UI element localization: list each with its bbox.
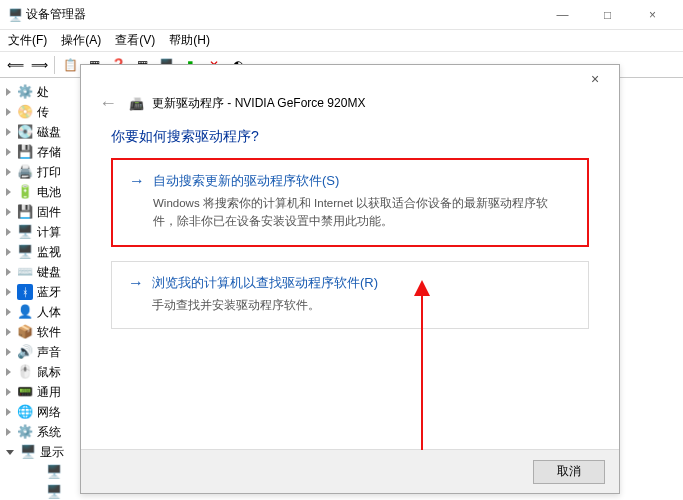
device-icon: 🔋 <box>17 184 33 200</box>
device-icon: 📦 <box>17 324 33 340</box>
menu-bar: 文件(F) 操作(A) 查看(V) 帮助(H) <box>0 30 683 52</box>
device-icon: ⚙️ <box>17 424 33 440</box>
menu-help[interactable]: 帮助(H) <box>169 32 210 49</box>
tree-label: 人体 <box>37 302 61 322</box>
arrow-right-icon: → <box>129 172 145 190</box>
tree-label: 监视 <box>37 242 61 262</box>
device-icon: 🖥️ <box>20 444 36 460</box>
menu-view[interactable]: 查看(V) <box>115 32 155 49</box>
device-icon: 🔊 <box>17 344 33 360</box>
tree-label: 显示 <box>40 442 64 462</box>
option-browse-desc: 手动查找并安装驱动程序软件。 <box>128 292 572 314</box>
tb-icon[interactable]: 📋 <box>59 54 81 76</box>
device-icon: 📟 <box>17 384 33 400</box>
update-driver-dialog: × ← 📠 更新驱动程序 - NVIDIA GeForce 920MX 你要如何… <box>80 64 620 494</box>
pci-card-icon: 📠 <box>129 97 144 111</box>
tree-label: 电池 <box>37 182 61 202</box>
dialog-back-icon[interactable]: ← <box>95 93 121 114</box>
tree-label: 系统 <box>37 422 61 442</box>
device-icon: 💽 <box>17 124 33 140</box>
dialog-title: 更新驱动程序 - NVIDIA GeForce 920MX <box>152 95 365 112</box>
tree-label: 键盘 <box>37 262 61 282</box>
device-icon: 🖥️ <box>17 244 33 260</box>
tree-label: 鼠标 <box>37 362 61 382</box>
cancel-button[interactable]: 取消 <box>533 460 605 484</box>
device-icon: 🖥️ <box>46 464 62 480</box>
maximize-button[interactable]: □ <box>585 0 630 30</box>
arrow-right-icon: → <box>128 274 144 292</box>
tree-label: 传 <box>37 102 49 122</box>
device-icon: ⌨️ <box>17 264 33 280</box>
option-auto-desc: Windows 将搜索你的计算机和 Internet 以获取适合你设备的最新驱动… <box>129 190 571 231</box>
device-icon: 🖱️ <box>17 364 33 380</box>
tree-label: 处 <box>37 82 49 102</box>
tree-label: 声音 <box>37 342 61 362</box>
device-icon: 🖥️ <box>46 484 62 500</box>
device-icon: 💾 <box>17 204 33 220</box>
device-icon: ᚼ <box>17 284 33 300</box>
dialog-close-button[interactable]: × <box>579 69 611 89</box>
nav-fwd-icon[interactable]: ⟹ <box>28 54 50 76</box>
tree-label: 磁盘 <box>37 122 61 142</box>
menu-action[interactable]: 操作(A) <box>61 32 101 49</box>
device-icon: ⚙️ <box>17 84 33 100</box>
tree-label: 网络 <box>37 402 61 422</box>
device-icon: 📀 <box>17 104 33 120</box>
tree-label: 软件 <box>37 322 61 342</box>
menu-file[interactable]: 文件(F) <box>8 32 47 49</box>
window-title: 设备管理器 <box>26 6 86 23</box>
minimize-button[interactable]: — <box>540 0 585 30</box>
device-icon: 🖨️ <box>17 164 33 180</box>
option-auto-title: 自动搜索更新的驱动程序软件(S) <box>153 172 339 190</box>
option-browse-title: 浏览我的计算机以查找驱动程序软件(R) <box>152 274 378 292</box>
device-icon: 💾 <box>17 144 33 160</box>
tree-label: 蓝牙 <box>37 282 61 302</box>
tree-label: 通用 <box>37 382 61 402</box>
window-titlebar: 🖥️ 设备管理器 — □ × <box>0 0 683 30</box>
nav-back-icon[interactable]: ⟸ <box>4 54 26 76</box>
close-button[interactable]: × <box>630 0 675 30</box>
tree-label: 固件 <box>37 202 61 222</box>
tree-label: 存储 <box>37 142 61 162</box>
device-icon: 🖥️ <box>17 224 33 240</box>
app-icon: 🖥️ <box>8 8 23 22</box>
option-auto-search[interactable]: → 自动搜索更新的驱动程序软件(S) Windows 将搜索你的计算机和 Int… <box>111 158 589 247</box>
dialog-question: 你要如何搜索驱动程序? <box>81 122 619 158</box>
device-icon: 🌐 <box>17 404 33 420</box>
tree-label: 计算 <box>37 222 61 242</box>
tree-label: 打印 <box>37 162 61 182</box>
option-browse[interactable]: → 浏览我的计算机以查找驱动程序软件(R) 手动查找并安装驱动程序软件。 <box>111 261 589 329</box>
device-icon: 👤 <box>17 304 33 320</box>
